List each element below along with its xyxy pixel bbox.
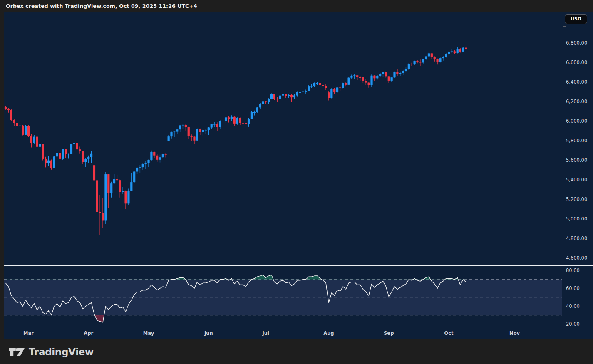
price-tick-label: 4,800.00: [566, 235, 587, 241]
month-tick-label: May: [136, 328, 161, 339]
panel-separator[interactable]: [4, 265, 593, 266]
price-chart-canvas[interactable]: [4, 12, 562, 266]
oscillator-axis[interactable]: 80.0060.0040.0020.00: [562, 267, 593, 328]
axis-tick-mark: [563, 26, 566, 27]
oscillator-tick-label: 40.00: [566, 303, 580, 309]
price-tick-label: 5,400.00: [566, 177, 587, 183]
price-tick-label: 6,200.00: [566, 99, 587, 104]
tradingview-logo-icon: [8, 347, 25, 357]
oscillator-tick-label: 80.00: [566, 267, 580, 273]
time-axis[interactable]: MarAprMayJunJulAugSepOctNov: [4, 328, 593, 339]
price-tick-label: 5,000.00: [566, 216, 587, 222]
month-tick-label: Nov: [502, 328, 527, 339]
tradingview-logo-text: TradingView: [29, 347, 94, 357]
tradingview-logo[interactable]: TradingView: [8, 345, 94, 359]
price-axis-separator: [562, 12, 562, 339]
price-tick-label: 5,600.00: [566, 157, 587, 163]
top-attribution-bar: Orbex created with TradingView.com, Oct …: [0, 0, 593, 12]
price-tick-label: 6,400.00: [566, 79, 587, 85]
month-tick-label: Mar: [16, 328, 41, 339]
oscillator-tick-label: 20.00: [566, 321, 580, 327]
currency-toggle-button[interactable]: USD: [565, 14, 587, 24]
price-tick-label: 6,800.00: [566, 40, 587, 46]
month-tick-label: Oct: [437, 328, 461, 339]
oscillator-tick-label: 60.00: [566, 285, 580, 291]
price-axis[interactable]: USD 6,800.006,600.006,400.006,200.006,00…: [562, 12, 593, 266]
month-tick-label: Jun: [196, 328, 221, 339]
month-tick-label: Sep: [376, 328, 401, 339]
month-tick-label: Aug: [316, 328, 341, 339]
price-tick-label: 5,200.00: [566, 196, 587, 202]
price-tick-label: 5,800.00: [566, 138, 587, 144]
price-tick-label: 6,000.00: [566, 118, 587, 124]
chart-container: USD 6,800.006,600.006,400.006,200.006,00…: [4, 12, 593, 339]
price-tick-label: 4,600.00: [566, 255, 587, 261]
month-tick-label: Apr: [76, 328, 101, 339]
price-tick-label: 6,600.00: [566, 59, 587, 65]
month-tick-label: Jul: [253, 328, 278, 339]
oscillator-chart-canvas[interactable]: [4, 267, 562, 328]
time-axis-separator: [4, 328, 593, 328]
attribution-text: Orbex created with TradingView.com, Oct …: [6, 3, 197, 9]
